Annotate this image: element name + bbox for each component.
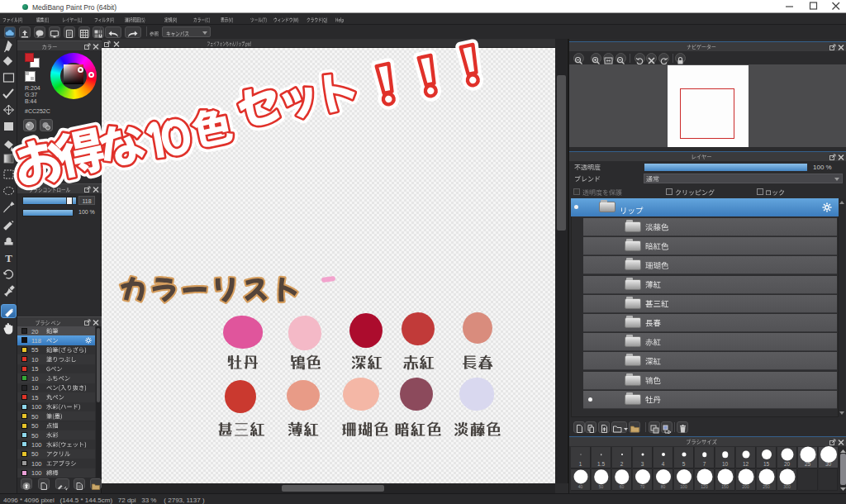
svg-text:T: T [5,252,12,264]
